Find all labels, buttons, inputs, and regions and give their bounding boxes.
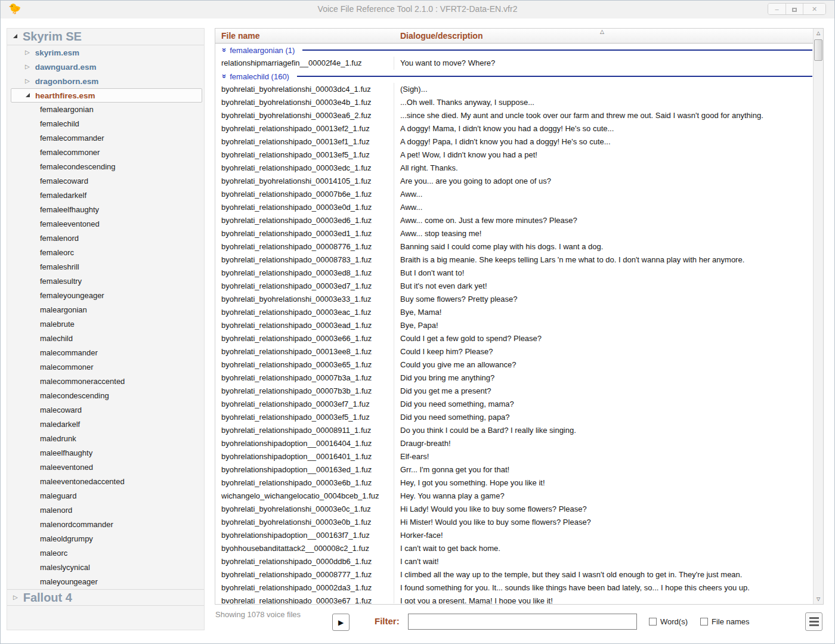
checkbox-word-s[interactable]: Word(s) bbox=[649, 617, 688, 626]
sidebar-voicetype-femalenord[interactable]: femalenord bbox=[7, 231, 204, 246]
table-row[interactable]: byohrelati_relationshipado_00008776_1.fu… bbox=[215, 240, 812, 253]
menu-button[interactable] bbox=[805, 612, 822, 631]
sidebar-game-fallout-4[interactable]: ▷Fallout 4 bbox=[7, 589, 204, 606]
collapse-group-icon[interactable]: « bbox=[220, 48, 227, 52]
table-row[interactable]: byohrelati_relationshipado_00003ed1_1.fu… bbox=[215, 227, 812, 240]
checkbox-file-names[interactable]: File names bbox=[700, 617, 750, 626]
table-row[interactable]: byohrelati_relationshipado_00008783_1.fu… bbox=[215, 253, 812, 267]
table-row[interactable]: byohrelati_relationshipado_00008911_1.fu… bbox=[215, 424, 812, 437]
table-row[interactable]: byohrelationshipadoption__00016404_1.fuz… bbox=[215, 437, 812, 450]
table-row[interactable]: byohrelati_byohrelationshi_00003e0c_1.fu… bbox=[215, 503, 812, 516]
sidebar-voicetype-maleyoungeager[interactable]: maleyoungeager bbox=[7, 575, 204, 589]
table-row[interactable]: byohrelati_relationshipado_00003edc_1.fu… bbox=[215, 162, 812, 175]
table-row[interactable]: byohrelati_relationshipado_00013ee8_1.fu… bbox=[215, 345, 812, 358]
table-row[interactable]: byohrelati_relationshipado_00003eac_1.fu… bbox=[215, 306, 812, 319]
sidebar-voicetype-maleoldgrumpy[interactable]: maleoldgrumpy bbox=[7, 532, 204, 546]
maximize-button[interactable] bbox=[785, 4, 803, 14]
vertical-scrollbar[interactable]: △ ▽ bbox=[813, 29, 823, 604]
table-row[interactable]: byohrelati_relationshipado_00003e65_1.fu… bbox=[215, 358, 812, 371]
sidebar-voicetype-malecoward[interactable]: malecoward bbox=[7, 403, 204, 417]
play-button[interactable]: ▶ bbox=[332, 614, 350, 631]
sidebar-voicetype-femaleorc[interactable]: femaleorc bbox=[7, 246, 204, 260]
table-row[interactable]: byohrelati_relationshipado_00007b3a_1.fu… bbox=[215, 371, 812, 385]
sidebar-voicetype-femaledarkelf[interactable]: femaledarkelf bbox=[7, 188, 204, 203]
table-row[interactable]: relationshipmarriagefin__00002f4e_1.fuzY… bbox=[215, 57, 812, 70]
sidebar-voicetype-femaleyoungeager[interactable]: femaleyoungeager bbox=[7, 289, 204, 303]
sidebar-voicetype-femalecondescending[interactable]: femalecondescending bbox=[7, 160, 204, 174]
scroll-down-icon[interactable]: ▽ bbox=[814, 595, 823, 604]
sidebar-voicetype-femalecommander[interactable]: femalecommander bbox=[7, 131, 204, 145]
table-row[interactable]: byohrelati_relationshipado_00003e66_1.fu… bbox=[215, 332, 812, 345]
sidebar-voicetype-maleargonian[interactable]: maleargonian bbox=[7, 303, 204, 317]
table-row[interactable]: byohrelati_relationshipado_0000ddb6_1.fu… bbox=[215, 555, 812, 568]
table-row[interactable]: byohrelationshipadoption__00016401_1.fuz… bbox=[215, 450, 812, 463]
sidebar-voicetype-malenordcommander[interactable]: malenordcommander bbox=[7, 518, 204, 532]
table-row[interactable]: byohrelati_byohrelationshi_00003ea6_2.fu… bbox=[215, 109, 812, 122]
table-row[interactable]: byohrelati_byohrelationshi_00003e0b_1.fu… bbox=[215, 516, 812, 529]
checkbox-box[interactable] bbox=[649, 618, 657, 626]
sidebar-voicetype-malecommoner[interactable]: malecommoner bbox=[7, 360, 204, 374]
sidebar-plugin-hearthfires-esm[interactable]: hearthfires.esm bbox=[11, 88, 202, 103]
sidebar-game-skyrim-se[interactable]: Skyrim SE bbox=[7, 29, 204, 45]
sidebar-plugin-dawnguard-esm[interactable]: ▷dawnguard.esm bbox=[7, 60, 204, 74]
sidebar-voicetype-femaleshrill[interactable]: femaleshrill bbox=[7, 260, 204, 274]
sidebar-voicetype-malecondescending[interactable]: malecondescending bbox=[7, 389, 204, 403]
sidebar-voicetype-malecommoneraccented[interactable]: malecommoneraccented bbox=[7, 374, 204, 389]
table-row[interactable]: byohrelati_relationshipado_00007b3b_1.fu… bbox=[215, 385, 812, 398]
sidebar-plugin-dragonborn-esm[interactable]: ▷dragonborn.esm bbox=[7, 74, 204, 88]
sidebar-voicetype-maleorc[interactable]: maleorc bbox=[7, 546, 204, 561]
table-row[interactable]: byohrelati_relationshipado_00003ef5_1.fu… bbox=[215, 411, 812, 424]
sidebar-voicetype-maleeventonedaccented[interactable]: maleeventonedaccented bbox=[7, 475, 204, 489]
sidebar-voicetype-maleeventoned[interactable]: maleeventoned bbox=[7, 460, 204, 475]
sidebar-voicetype-femalechild[interactable]: femalechild bbox=[7, 117, 204, 131]
table-row[interactable]: byohrelati_byohrelationshi_00014105_1.fu… bbox=[215, 175, 812, 188]
table-row[interactable]: byohrelati_relationshipado_00003e67_1.fu… bbox=[215, 595, 812, 603]
table-row[interactable]: byohrelati_byohrelationshi_00003e33_1.fu… bbox=[215, 293, 812, 306]
table-row[interactable]: byohrelati_relationshipado_00003ed6_1.fu… bbox=[215, 214, 812, 227]
table-row[interactable]: byohrelati_relationshipado_00003e0d_1.fu… bbox=[215, 201, 812, 214]
sidebar-voicetype-femaleargonian[interactable]: femaleargonian bbox=[7, 103, 204, 117]
table-row[interactable]: byohrelati_relationshipado_00007b6e_1.fu… bbox=[215, 188, 812, 201]
sidebar-voicetype-maleguard[interactable]: maleguard bbox=[7, 489, 204, 503]
sidebar-voicetype-femaleeventoned[interactable]: femaleeventoned bbox=[7, 217, 204, 231]
sidebar-voicetype-malebrute[interactable]: malebrute bbox=[7, 317, 204, 332]
table-row[interactable]: byohrelati_relationshipado_00003ed8_1.fu… bbox=[215, 267, 812, 280]
column-header-dialogue[interactable]: Dialogue/description bbox=[394, 29, 483, 43]
sidebar-voicetype-femalecommoner[interactable]: femalecommoner bbox=[7, 145, 204, 160]
close-button[interactable]: ✕ bbox=[803, 4, 825, 14]
sidebar-plugin-skyrim-esm[interactable]: ▷skyrim.esm bbox=[7, 45, 204, 60]
table-row[interactable]: byohrelati_byohrelationshi_00003dc4_1.fu… bbox=[215, 83, 812, 96]
table-row[interactable]: byohrelati_relationshipado_00002da3_1.fu… bbox=[215, 581, 812, 595]
table-row[interactable]: byohrelationshipadoption__000163ed_1.fuz… bbox=[215, 463, 812, 476]
table-row[interactable]: byohrelati_byohrelationshi_00003e4b_1.fu… bbox=[215, 96, 812, 109]
group-header-row-femalechild[interactable]: «femalechild (160) bbox=[215, 70, 812, 83]
filter-input[interactable] bbox=[408, 614, 637, 630]
sidebar-voicetype-malenord[interactable]: malenord bbox=[7, 503, 204, 518]
sidebar-voicetype-maledarkelf[interactable]: maledarkelf bbox=[7, 417, 204, 432]
table-row[interactable]: byohhousebanditattack2__000008c2_1.fuzI … bbox=[215, 542, 812, 555]
table-row[interactable]: byohrelati_relationshipado_00003e6b_1.fu… bbox=[215, 476, 812, 490]
table-row[interactable]: byohrelationshipadoption__000163f7_1.fuz… bbox=[215, 529, 812, 542]
table-row[interactable]: byohrelati_relationshipado_00008777_1.fu… bbox=[215, 568, 812, 581]
collapse-group-icon[interactable]: « bbox=[220, 74, 227, 78]
sidebar-voicetype-femalesultry[interactable]: femalesultry bbox=[7, 274, 204, 289]
sidebar-voicetype-malechild[interactable]: malechild bbox=[7, 332, 204, 346]
sidebar-voicetype-femaleelfhaughty[interactable]: femaleelfhaughty bbox=[7, 203, 204, 217]
table-row[interactable]: byohrelati_relationshipado_00013ef5_1.fu… bbox=[215, 148, 812, 162]
table-row[interactable]: byohrelati_relationshipado_00013ef2_1.fu… bbox=[215, 122, 812, 135]
table-row[interactable]: byohrelati_relationshipado_00013ef1_1.fu… bbox=[215, 135, 812, 148]
sidebar-voicetype-maleelfhaughty[interactable]: maleelfhaughty bbox=[7, 446, 204, 460]
sidebar-voicetype-malecommander[interactable]: malecommander bbox=[7, 346, 204, 360]
sidebar-voicetype-maledrunk[interactable]: maledrunk bbox=[7, 432, 204, 446]
table-row[interactable]: byohrelati_relationshipado_00003ed7_1.fu… bbox=[215, 280, 812, 293]
column-header-file-name[interactable]: File name bbox=[215, 29, 394, 43]
minimize-button[interactable]: – bbox=[768, 4, 785, 14]
table-row[interactable]: byohrelati_relationshipado_00003ead_1.fu… bbox=[215, 319, 812, 332]
sidebar-voicetype-femalecoward[interactable]: femalecoward bbox=[7, 174, 204, 188]
group-header-row-femaleargonian[interactable]: «femaleargonian (1) bbox=[215, 44, 812, 57]
sidebar-voicetype-maleslycynical[interactable]: maleslycynical bbox=[7, 561, 204, 575]
scrollbar-thumb[interactable] bbox=[814, 39, 822, 61]
scroll-up-icon[interactable]: △ bbox=[814, 29, 823, 38]
table-row[interactable]: byohrelati_relationshipado_00003ef7_1.fu… bbox=[215, 398, 812, 411]
checkbox-box[interactable] bbox=[700, 618, 708, 626]
